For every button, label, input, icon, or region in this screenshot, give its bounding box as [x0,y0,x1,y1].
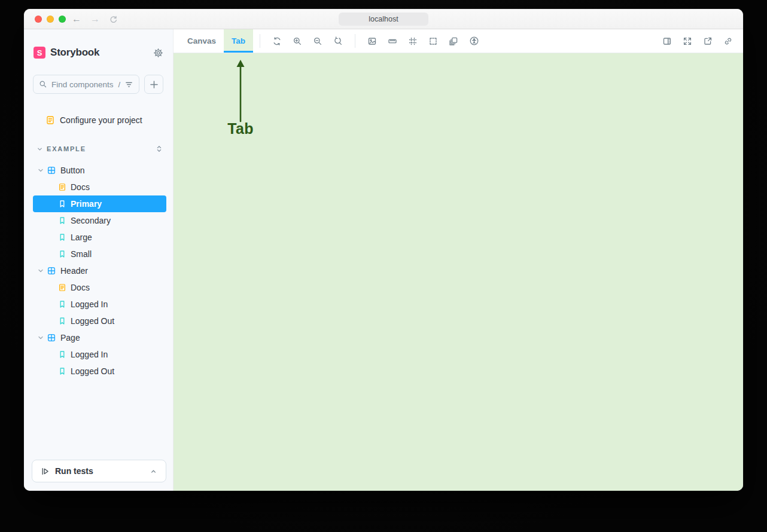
tree-group-header[interactable]: Header [33,262,166,279]
run-tests-label: Run tests [55,466,93,476]
bookmark-icon [58,300,66,308]
tree-item-label: Logged Out [71,316,114,326]
search-input[interactable] [51,80,114,89]
bookmark-icon [58,200,66,208]
chevron-down-icon [37,267,44,274]
up-arrow-annotation [231,57,250,126]
background-icon[interactable] [364,33,381,50]
tree-item-label: Docs [71,283,90,292]
tree-group-page[interactable]: Page [33,329,166,346]
toolbar-divider [260,34,260,48]
reload-icon[interactable] [109,15,118,24]
measure-icon[interactable] [384,33,401,50]
component-icon [47,266,56,276]
chevron-down-icon [37,334,44,341]
tree-item-page-logged-out[interactable]: Logged Out [33,363,166,380]
tree-item-header-logged-in[interactable]: Logged In [33,296,166,313]
chevron-down-icon [37,167,44,174]
tree-item-header-logged-out[interactable]: Logged Out [33,313,166,329]
search-row: / [33,75,163,94]
remount-icon[interactable] [269,33,285,50]
section-label: EXAMPLE [47,145,86,152]
fullscreen-icon[interactable] [679,33,696,50]
tree-item-button-docs[interactable]: Docs [33,179,166,195]
bookmark-icon [58,233,66,241]
grid-icon[interactable] [404,33,421,50]
sidebar-item-label: Configure your project [60,115,142,125]
toolbar-divider [355,34,355,48]
gear-icon[interactable] [153,48,163,58]
preview-pane: Canvas Tab [174,29,743,491]
create-story-button[interactable] [144,75,163,94]
address-bar[interactable]: localhost [339,13,428,26]
sidebar-tree: Button Docs [24,162,173,380]
tree-item-button-large[interactable]: Large [33,229,166,246]
zoom-out-icon[interactable] [309,33,326,50]
toolbar-right-group [657,29,738,53]
bookmark-icon [58,250,66,258]
forward-icon[interactable]: → [90,14,100,24]
tree-item-label: Logged Out [71,366,114,376]
bookmark-icon [58,216,66,225]
tree-group-label: Header [60,266,88,276]
collapse-expand-all-icon[interactable] [155,145,163,153]
copy-link-icon[interactable] [720,33,736,50]
search-field[interactable]: / [33,75,139,94]
traffic-lights [35,16,66,23]
tree-item-label: Logged In [71,350,108,359]
chevron-down-icon [36,146,43,152]
sidebar-header: S Storybook [34,45,163,60]
component-icon [47,166,56,175]
filter-icon[interactable] [124,80,133,89]
viewport-icon[interactable] [445,33,462,50]
browser-titlebar: ← → localhost [24,9,743,29]
bookmark-icon [58,350,66,359]
tree-item-label: Docs [71,182,90,192]
close-window-button[interactable] [35,16,42,23]
tree-item-page-logged-in[interactable]: Logged In [33,346,166,363]
bookmark-icon [58,317,66,325]
tree-item-label: Small [71,249,92,259]
tree-item-label: Logged In [71,299,108,309]
bookmark-icon [58,367,66,375]
back-icon[interactable]: ← [72,14,81,24]
docs-icon [58,183,66,191]
storybook-sidebar: S Storybook [24,29,174,491]
component-icon [47,333,56,343]
section-header-example[interactable]: EXAMPLE [33,143,163,155]
storybook-logo: S [34,47,45,59]
tree-item-label: Secondary [71,216,111,225]
minimize-window-button[interactable] [47,16,54,23]
tree-item-button-small[interactable]: Small [33,246,166,262]
open-external-icon[interactable] [699,33,716,50]
outline-icon[interactable] [425,33,442,50]
tree-group-button[interactable]: Button [33,162,166,179]
search-shortcut-hint: / [118,80,120,89]
tree-item-label: Primary [71,199,102,209]
canvas-toolbar: Canvas Tab [174,29,743,53]
zoom-in-icon[interactable] [289,33,306,50]
address-text: localhost [369,15,398,23]
tab-tab-addon[interactable]: Tab [224,29,253,53]
tab-canvas[interactable]: Canvas [179,29,224,53]
tree-item-header-docs[interactable]: Docs [33,279,166,296]
run-tests-button[interactable]: Run tests [32,460,166,482]
tree-item-label: Large [71,233,92,242]
search-icon [39,80,47,88]
docs-icon [45,115,55,125]
panel-toggle-icon[interactable] [659,33,675,50]
zoom-window-button[interactable] [59,16,66,23]
play-all-icon [41,467,50,476]
annotation-text: Tab [217,120,264,137]
brand-title: Storybook [50,47,99,59]
browser-nav: ← → [72,9,118,29]
accessibility-icon[interactable] [465,33,482,50]
browser-window: ← → localhost S Storybook [24,9,743,491]
zoom-reset-icon[interactable] [330,33,346,50]
chevron-up-icon [150,467,157,475]
sidebar-item-configure[interactable]: Configure your project [33,112,166,129]
plus-icon [149,80,159,90]
tree-item-button-primary[interactable]: Primary [33,195,166,212]
tree-item-button-secondary[interactable]: Secondary [33,212,166,229]
tree-group-label: Page [60,333,80,343]
